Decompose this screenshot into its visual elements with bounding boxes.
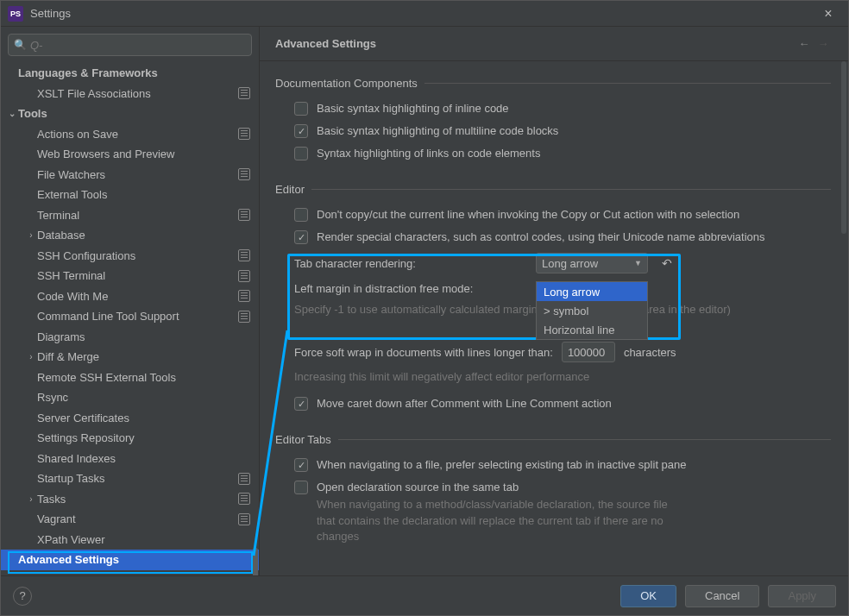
checkbox[interactable] — [294, 208, 308, 222]
group-editor-tabs: Editor Tabs When navigating to a file, p… — [275, 433, 831, 550]
tree-item[interactable]: Shared Indexes — [1, 449, 259, 469]
page-title: Advanced Settings — [275, 37, 795, 50]
tree-item[interactable]: XPath Viewer — [1, 530, 259, 550]
checkbox[interactable] — [294, 481, 308, 494]
project-icon — [238, 493, 250, 505]
group-editor: Editor Don't copy/cut the current line w… — [275, 183, 831, 416]
dropdown-option[interactable]: Horizontal line — [537, 320, 647, 339]
tree-item-tools[interactable]: ⌄ Tools — [1, 104, 259, 124]
group-label: Editor Tabs — [275, 433, 831, 446]
project-icon — [238, 270, 250, 282]
tab-rendering-select[interactable]: Long arrow ▼ — [536, 253, 648, 273]
tree-item-xslt[interactable]: XSLT File Associations — [1, 84, 259, 104]
checkbox[interactable] — [294, 102, 308, 116]
soft-wrap-input[interactable] — [562, 342, 615, 362]
nav-forward-icon[interactable]: → — [814, 37, 833, 50]
tree-item[interactable]: Startup Tasks — [1, 468, 259, 489]
tree-item[interactable]: External Tools — [1, 185, 259, 205]
tree-item[interactable]: Settings Repository — [1, 428, 259, 449]
tree-item[interactable]: Server Certificates — [1, 408, 259, 429]
tree-item[interactable]: File Watchers — [1, 165, 259, 185]
title-bar: PS Settings × — [1, 1, 848, 27]
project-icon — [238, 290, 250, 302]
ok-button[interactable]: OK — [620, 585, 676, 607]
tree-item[interactable]: Diagrams — [1, 327, 259, 348]
search-field[interactable]: 🔍 — [8, 34, 252, 56]
setting-hint: Increasing this limit will negatively af… — [275, 368, 831, 393]
main-header: Advanced Settings ← → — [260, 27, 848, 61]
tab-rendering-dropdown[interactable]: Long arrow > symbol Horizontal line — [536, 281, 648, 340]
tree-item[interactable]: Rsync — [1, 387, 259, 408]
dropdown-option[interactable]: > symbol — [537, 301, 647, 320]
reset-icon[interactable]: ↶ — [662, 256, 672, 270]
checkbox-row[interactable]: When navigating to a file, prefer select… — [275, 455, 831, 477]
checkbox-row[interactable]: Syntax highlighting of links on code ele… — [275, 143, 831, 166]
tree-item-advanced-settings[interactable]: Advanced Settings — [1, 550, 259, 570]
checkbox-row[interactable]: Move caret down after Comment with Line … — [275, 393, 831, 416]
project-icon — [238, 168, 250, 180]
setting-label: Force soft wrap in documents with lines … — [294, 346, 553, 359]
dropdown-option[interactable]: Long arrow — [537, 282, 647, 301]
help-icon[interactable]: ? — [13, 587, 32, 606]
chevron-down-icon: ⌄ — [6, 109, 18, 118]
tree-item[interactable]: Command Line Tool Support — [1, 306, 259, 327]
checkbox-row[interactable]: Open declaration source in the same tab … — [275, 477, 831, 550]
app-icon: PS — [8, 6, 23, 22]
nav-back-icon[interactable]: ← — [795, 37, 814, 50]
close-icon[interactable]: × — [815, 6, 841, 22]
tree-item-tasks[interactable]: ›Tasks — [1, 489, 259, 510]
checkbox[interactable] — [294, 147, 308, 160]
project-icon — [238, 513, 250, 525]
tree-scrollbar[interactable] — [253, 548, 258, 575]
tree-heading-languages[interactable]: Languages & Frameworks — [1, 63, 259, 84]
checkbox[interactable] — [294, 124, 308, 138]
project-icon — [238, 128, 250, 140]
checkbox[interactable] — [294, 458, 308, 472]
tree-item[interactable]: Code With Me — [1, 286, 259, 307]
chevron-right-icon: › — [25, 494, 37, 504]
project-icon — [238, 473, 250, 485]
dialog-footer: ? OK Cancel Apply — [1, 575, 848, 615]
project-icon — [238, 209, 250, 221]
checkbox-row[interactable]: Basic syntax highlighting of inline code — [275, 98, 831, 121]
project-icon — [238, 87, 250, 99]
settings-main: Advanced Settings ← → Documentation Comp… — [260, 27, 848, 575]
window-title: Settings — [30, 7, 815, 20]
tree-item[interactable]: Actions on Save — [1, 124, 259, 145]
tree-item[interactable]: Terminal — [1, 205, 259, 226]
search-icon: 🔍 — [14, 39, 27, 51]
tree-item[interactable]: SSH Configurations — [1, 246, 259, 267]
group-label: Editor — [275, 183, 831, 196]
checkbox-row[interactable]: Basic syntax highlighting of multiline c… — [275, 121, 831, 143]
settings-tree[interactable]: Languages & Frameworks XSLT File Associa… — [1, 63, 259, 575]
tree-item[interactable]: Remote SSH External Tools — [1, 368, 259, 388]
tree-item[interactable]: Web Browsers and Preview — [1, 144, 259, 165]
settings-content[interactable]: Documentation Components Basic syntax hi… — [260, 61, 848, 575]
content-scrollbar[interactable] — [841, 61, 846, 234]
search-input[interactable] — [30, 39, 246, 52]
project-icon — [238, 249, 250, 261]
checkbox-row[interactable]: Render special characters, such as contr… — [275, 227, 831, 249]
checkbox[interactable] — [294, 397, 308, 411]
tree-item-diff[interactable]: ›Diff & Merge — [1, 347, 259, 368]
settings-sidebar: 🔍 Languages & Frameworks XSLT File Assoc… — [1, 27, 260, 575]
chevron-right-icon: › — [25, 230, 37, 240]
setting-label: Left margin in distraction free mode: — [294, 282, 473, 295]
cancel-button[interactable]: Cancel — [685, 585, 759, 607]
checkbox[interactable] — [294, 230, 308, 244]
group-documentation: Documentation Components Basic syntax hi… — [275, 77, 831, 166]
checkbox-row[interactable]: Don't copy/cut the current line when inv… — [275, 204, 831, 227]
group-label: Documentation Components — [275, 77, 831, 90]
setting-soft-wrap: Force soft wrap in documents with lines … — [275, 338, 831, 368]
chevron-down-icon: ▼ — [634, 259, 642, 267]
setting-label: Tab character rendering: — [294, 257, 527, 270]
tree-item[interactable]: SSH Terminal — [1, 266, 259, 286]
tree-item-database[interactable]: ›Database — [1, 225, 259, 246]
setting-hint: When navigating to a method/class/variab… — [317, 497, 679, 544]
apply-button[interactable]: Apply — [768, 585, 836, 607]
tree-item[interactable]: Vagrant — [1, 509, 259, 530]
window-body: 🔍 Languages & Frameworks XSLT File Assoc… — [1, 27, 848, 575]
chevron-right-icon: › — [25, 352, 37, 361]
setting-tab-rendering: Tab character rendering: Long arrow ▼ ↶ — [275, 249, 831, 279]
project-icon — [238, 311, 250, 323]
